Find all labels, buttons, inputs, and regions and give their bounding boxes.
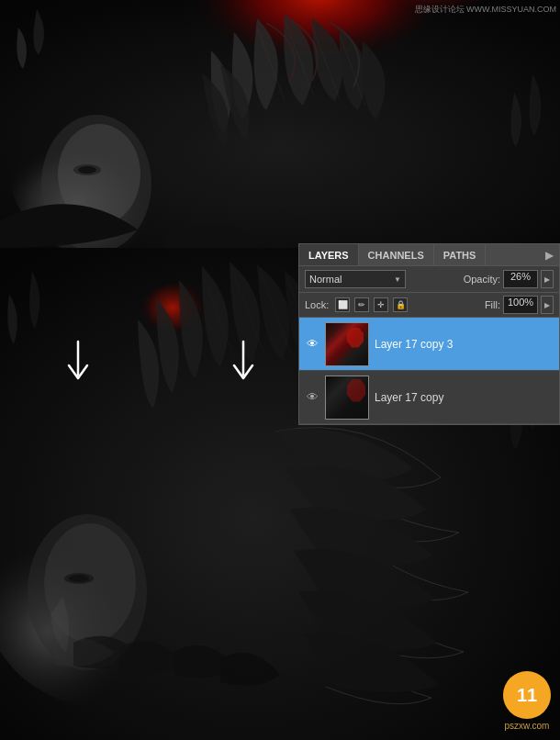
fill-input[interactable]: 100% xyxy=(503,296,538,314)
layer-item-1[interactable]: 👁 Layer 17 copy xyxy=(299,371,559,424)
lock-label: Lock: xyxy=(305,299,329,310)
tab-layers[interactable]: LAYERS xyxy=(299,244,359,265)
top-canvas-image xyxy=(0,0,560,248)
layers-panel: LAYERS CHANNELS PATHS ▶ Normal ▼ Opacity… xyxy=(298,243,560,425)
watermark-top-text: 思缘设计论坛 WWW.MISSYUAN.COM xyxy=(415,5,557,14)
opacity-group: Opacity: 26% ▶ xyxy=(464,270,554,288)
watermark-top: 思缘设计论坛 WWW.MISSYUAN.COM xyxy=(415,4,557,16)
badge-number: 11 xyxy=(517,686,537,704)
opacity-value: 26% xyxy=(510,271,531,282)
blend-opacity-row: Normal ▼ Opacity: 26% ▶ xyxy=(299,266,559,293)
site-url: pszxw.com xyxy=(505,721,550,731)
fill-stepper[interactable]: ▶ xyxy=(541,296,554,314)
badge-circle: 11 xyxy=(503,671,551,719)
lock-pixels-button[interactable]: ✏ xyxy=(354,297,369,312)
tab-paths[interactable]: PATHS xyxy=(434,244,487,265)
lock-position-button[interactable]: ✛ xyxy=(374,297,388,312)
opacity-stepper[interactable]: ▶ xyxy=(541,270,554,288)
layer-name-0: Layer 17 copy 3 xyxy=(375,338,554,351)
blend-mode-select[interactable]: Normal ▼ xyxy=(305,270,406,288)
arrow-right xyxy=(230,340,257,394)
arrow-left xyxy=(64,340,92,394)
svg-point-7 xyxy=(78,166,96,174)
opacity-label: Opacity: xyxy=(464,274,500,285)
fill-label: Fill: xyxy=(485,299,500,310)
svg-point-20 xyxy=(69,575,89,582)
eye-icon-0: 👁 xyxy=(307,337,319,351)
fill-group: Fill: 100% ▶ xyxy=(485,296,554,314)
layer-item-0[interactable]: 👁 Layer 17 copy 3 xyxy=(299,318,559,371)
layer-name-1: Layer 17 copy xyxy=(375,391,554,404)
lock-transparency-button[interactable]: ⬜ xyxy=(335,297,350,312)
blend-mode-value: Normal xyxy=(309,274,342,285)
lock-fill-row: Lock: ⬜ ✏ ✛ 🔒 Fill: 100% ▶ xyxy=(299,293,559,318)
layer-visibility-1[interactable]: 👁 xyxy=(305,390,319,405)
fill-value: 100% xyxy=(508,297,533,308)
tab-channels[interactable]: CHANNELS xyxy=(359,244,434,265)
layer-thumbnail-1 xyxy=(325,376,369,420)
tab-paths-label: PATHS xyxy=(443,250,476,261)
layer-visibility-0[interactable]: 👁 xyxy=(305,337,319,352)
tab-layers-label: LAYERS xyxy=(308,250,349,261)
lock-all-button[interactable]: 🔒 xyxy=(393,297,408,312)
panel-tabs: LAYERS CHANNELS PATHS ▶ xyxy=(299,244,559,266)
eye-icon-1: 👁 xyxy=(307,390,319,404)
layer-thumbnail-0 xyxy=(325,322,369,366)
blend-mode-arrow: ▼ xyxy=(394,275,401,284)
tab-channels-label: CHANNELS xyxy=(368,250,424,261)
layers-list: 👁 Layer 17 copy 3 👁 Layer 17 copy xyxy=(299,318,559,424)
opacity-input[interactable]: 26% xyxy=(503,270,538,288)
watermark-bottom: 11 pszxw.com xyxy=(503,671,551,731)
panel-options-button[interactable]: ▶ xyxy=(540,244,559,265)
